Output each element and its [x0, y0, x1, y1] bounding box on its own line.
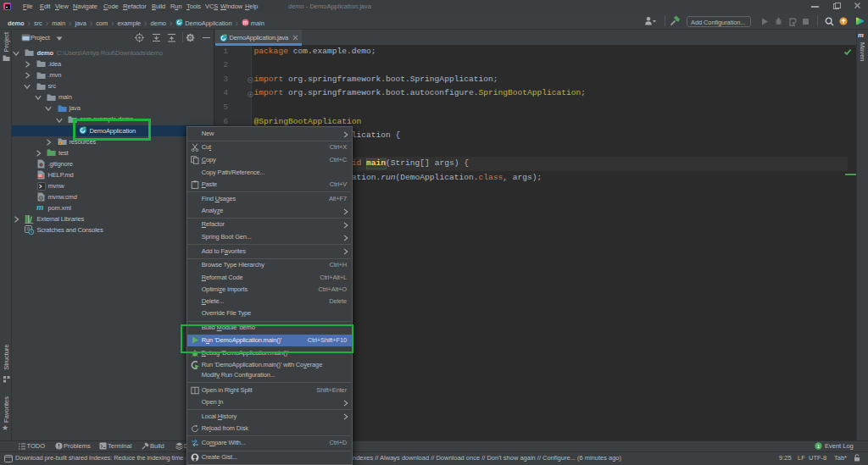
svg-text:MD: MD	[38, 174, 43, 178]
svg-text:m: m	[243, 19, 248, 25]
